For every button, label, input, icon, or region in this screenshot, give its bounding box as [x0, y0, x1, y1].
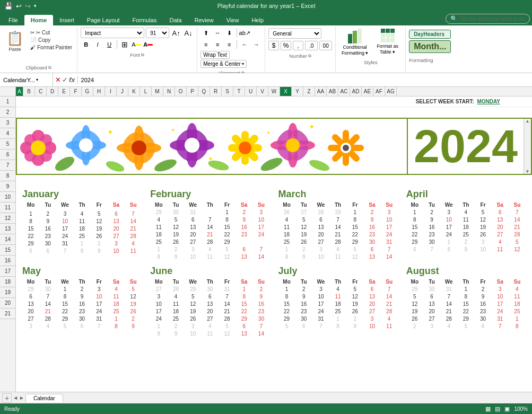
tab-data[interactable]: Data [163, 15, 188, 25]
align-bottom-button[interactable]: ⬇ [224, 28, 234, 38]
row-num-11[interactable]: 11 [0, 202, 15, 213]
col-header-AA[interactable]: AA [315, 87, 327, 96]
number-format-select[interactable]: General [268, 28, 321, 39]
tab-home[interactable]: Home [24, 15, 54, 25]
merge-center-button[interactable]: Merge & Center ▾ [200, 60, 247, 68]
number-expand-icon[interactable]: ⧉ [308, 54, 311, 59]
indent-decrease-button[interactable]: ← [239, 39, 250, 50]
decrease-decimal-button[interactable]: 00 [319, 41, 332, 50]
row-num-1[interactable]: 1 [0, 96, 15, 107]
cut-button[interactable]: ✂ ✂ Cut [29, 29, 74, 36]
increase-decimal-button[interactable]: .0 [305, 41, 318, 50]
col-header-C[interactable]: C [35, 87, 47, 96]
row-num-19[interactable]: 19 [0, 287, 15, 298]
align-right-button[interactable]: ≡ [224, 39, 234, 50]
col-header-AF[interactable]: AF [373, 87, 385, 96]
underline-button[interactable]: U [104, 39, 115, 50]
font-name-select[interactable]: Impact [81, 28, 144, 38]
undo-icon[interactable]: ↩ [16, 2, 22, 10]
format-as-table-button[interactable]: Format asTable ▾ [373, 28, 402, 57]
conditional-formatting-button[interactable]: ConditionalFormatting ▾ [339, 28, 371, 57]
col-header-R[interactable]: R [210, 87, 222, 96]
col-header-X[interactable]: X [280, 87, 292, 96]
col-header-AE[interactable]: AE [362, 87, 373, 96]
row-num-18[interactable]: 18 [0, 277, 15, 287]
row-num-4[interactable]: 4 [0, 128, 15, 139]
scroll-down-button[interactable]: ▼ [526, 169, 530, 174]
tab-help[interactable]: Help [245, 15, 270, 25]
col-header-U[interactable]: U [245, 87, 257, 96]
row-num-16[interactable]: 16 [0, 256, 15, 266]
tab-view[interactable]: View [220, 15, 246, 25]
sheet-tab-calendar[interactable]: Calendar [25, 394, 63, 402]
col-header-N[interactable]: N [163, 87, 175, 96]
add-sheet-button[interactable]: + [2, 393, 12, 403]
col-header-Z[interactable]: Z [303, 87, 315, 96]
scroll-tabs-left-button[interactable]: ◄ [13, 395, 18, 401]
increase-font-button[interactable]: A↑ [171, 28, 181, 38]
indent-increase-button[interactable]: → [251, 39, 261, 50]
format-painter-button[interactable]: 🖌 Format Painter [29, 44, 74, 51]
row-num-7[interactable]: 7 [0, 160, 15, 171]
col-header-T[interactable]: T [233, 87, 245, 96]
row-num-2[interactable]: 2 [0, 107, 15, 118]
formula-cancel-icon[interactable]: ✕ [55, 76, 61, 84]
page-layout-view-icon[interactable]: ▤ [495, 406, 500, 412]
align-center-button[interactable]: ≡ [212, 39, 223, 50]
row-num-15[interactable]: 15 [0, 245, 15, 256]
col-header-AG[interactable]: AG [385, 87, 397, 96]
row-num-9[interactable]: 9 [0, 181, 15, 192]
row-num-8[interactable]: 8 [0, 171, 15, 181]
italic-button[interactable]: I [92, 39, 103, 50]
percent-button[interactable]: % [281, 41, 291, 50]
col-header-L[interactable]: L [140, 87, 152, 96]
tab-review[interactable]: Review [188, 15, 220, 25]
col-header-M[interactable]: M [152, 87, 163, 96]
dayheaders-button[interactable]: DayHeaders [409, 30, 451, 39]
save-icon[interactable]: 💾 [4, 2, 13, 10]
col-header-V[interactable]: V [257, 87, 268, 96]
page-break-view-icon[interactable]: ▣ [504, 406, 510, 412]
tab-file[interactable]: File [2, 15, 24, 25]
fill-color-button[interactable]: A [131, 39, 142, 50]
col-header-F[interactable]: F [70, 87, 82, 96]
tell-me-input[interactable]: 🔍 Tell me what you want to do [446, 14, 530, 24]
col-header-G[interactable]: G [82, 87, 93, 96]
row-num-21[interactable]: 21 [0, 309, 15, 319]
col-header-A[interactable]: A [16, 87, 23, 96]
row-num-3[interactable]: 3 [0, 118, 15, 128]
comma-button[interactable]: , [293, 41, 303, 50]
copy-button[interactable]: 📄 Copy [29, 37, 74, 43]
scroll-up-button[interactable]: ▲ [526, 119, 530, 124]
col-header-K[interactable]: K [128, 87, 140, 96]
col-header-Q[interactable]: Q [198, 87, 210, 96]
row-num-20[interactable]: 20 [0, 298, 15, 309]
col-header-H[interactable]: H [93, 87, 105, 96]
formula-fx-icon[interactable]: fx [69, 76, 75, 84]
row-num-17[interactable]: 17 [0, 266, 15, 277]
row-num-14[interactable]: 14 [0, 234, 15, 245]
tab-formulas[interactable]: Formulas [126, 15, 163, 25]
decrease-font-button[interactable]: A↓ [183, 28, 194, 38]
name-box[interactable]: CalendarY... ▾ [0, 73, 53, 86]
col-header-B[interactable]: B [23, 87, 35, 96]
font-size-select[interactable]: 91 [146, 28, 169, 38]
border-button[interactable]: ⊞ [119, 39, 130, 50]
month-style-button[interactable]: Month... [409, 40, 451, 53]
col-header-S[interactable]: S [222, 87, 233, 96]
monday-link[interactable]: MONDAY [477, 99, 500, 104]
clipboard-expand-icon[interactable]: ⧉ [48, 65, 51, 71]
tab-insert[interactable]: Insert [53, 15, 81, 25]
col-header-J[interactable]: J [117, 87, 128, 96]
col-header-E[interactable]: E [58, 87, 70, 96]
col-header-D[interactable]: D [47, 87, 58, 96]
col-header-P[interactable]: P [187, 87, 198, 96]
col-header-Y[interactable]: Y [292, 87, 303, 96]
formula-value[interactable]: 2024 [78, 77, 532, 83]
vertical-scrollbar[interactable]: ▲ ▼ [524, 119, 531, 174]
col-header-AC[interactable]: AC [338, 87, 350, 96]
orientation-button[interactable]: ab↗ [239, 28, 250, 38]
col-header-O[interactable]: O [175, 87, 187, 96]
currency-button[interactable]: $ [268, 41, 279, 50]
name-box-dropdown-icon[interactable]: ▾ [36, 77, 38, 82]
